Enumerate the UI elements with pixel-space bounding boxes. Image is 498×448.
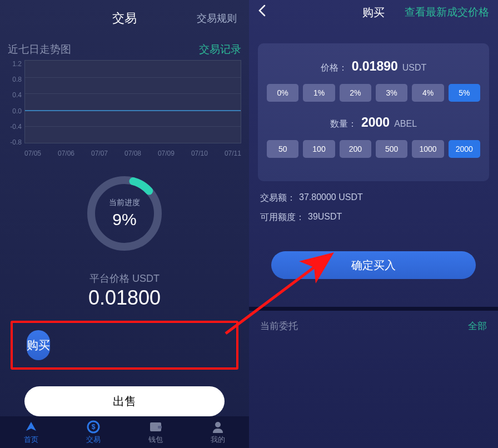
- person-icon: [211, 420, 225, 434]
- nav-label: 钱包: [148, 435, 163, 445]
- page-title: 购买: [362, 5, 385, 20]
- platform-price-value: 0.01800: [0, 286, 249, 310]
- progress-value: 9%: [109, 210, 140, 229]
- x-tick: 07/11: [225, 150, 241, 157]
- svg-point-6: [215, 422, 221, 427]
- price-unit: USDT: [402, 63, 427, 73]
- y-tick: 0.0: [8, 107, 22, 115]
- pct-chip-4[interactable]: 4%: [412, 84, 444, 102]
- nav-mine[interactable]: 我的: [187, 420, 249, 445]
- nav-wallet[interactable]: 钱包: [124, 420, 187, 445]
- price-label: 价格：: [321, 62, 347, 74]
- qty-chip-200[interactable]: 200: [340, 140, 371, 158]
- available-value: 39USDT: [308, 212, 342, 223]
- trade-records-link[interactable]: 交易记录: [199, 42, 241, 57]
- percent-chips: 0% 1% 2% 3% 4% 5%: [267, 84, 480, 102]
- pct-chip-2[interactable]: 2%: [340, 84, 371, 102]
- sell-button[interactable]: 出售: [24, 386, 225, 416]
- buy-button[interactable]: 购买: [27, 330, 50, 360]
- trade-amount-label: 交易额：: [260, 192, 296, 204]
- nav-trade[interactable]: $ 交易: [62, 420, 124, 445]
- x-tick: 07/09: [158, 150, 175, 157]
- pct-chip-5[interactable]: 5%: [449, 84, 480, 102]
- trade-amount-value: 37.80000 USDT: [299, 192, 363, 204]
- qty-chip-2000[interactable]: 2000: [449, 140, 480, 158]
- trade-icon: $: [87, 420, 100, 434]
- y-tick: -0.8: [8, 138, 22, 146]
- svg-text:$: $: [92, 423, 96, 431]
- qty-chip-50[interactable]: 50: [267, 140, 298, 158]
- qty-chip-100[interactable]: 100: [303, 140, 335, 158]
- svg-rect-5: [158, 426, 162, 429]
- chart-title: 近七日走势图: [8, 42, 71, 57]
- pct-chip-1[interactable]: 1%: [303, 84, 335, 102]
- x-tick: 07/08: [124, 150, 141, 157]
- page-title: 交易: [112, 10, 137, 27]
- nav-label: 首页: [24, 435, 38, 445]
- latest-price-link[interactable]: 查看最新成交价格: [405, 5, 489, 19]
- qty-chip-500[interactable]: 500: [376, 140, 407, 158]
- highlight-annotation: 购买: [11, 321, 238, 370]
- pct-chip-0[interactable]: 0%: [267, 84, 298, 102]
- chart-line: [25, 110, 241, 111]
- x-tick: 07/05: [24, 150, 41, 157]
- seven-day-chart: 1.2 0.8 0.4 0.0 -0.4 -0.8 07/05 07/06 07…: [8, 60, 241, 157]
- qty-chips: 50 100 200 500 1000 2000: [267, 140, 480, 158]
- order-card: 价格： 0.01890 USDT 0% 1% 2% 3% 4% 5% 数量： 2…: [258, 43, 489, 181]
- y-tick: -0.4: [8, 123, 22, 131]
- x-tick: 07/10: [191, 150, 208, 157]
- progress-donut: 当前进度 9%: [83, 172, 166, 255]
- available-label: 可用额度：: [260, 212, 305, 223]
- home-icon: [24, 420, 38, 434]
- confirm-buy-button[interactable]: 确定买入: [271, 251, 476, 279]
- y-tick: 0.8: [8, 76, 22, 83]
- y-tick: 1.2: [8, 60, 22, 68]
- pct-chip-3[interactable]: 3%: [376, 84, 407, 102]
- y-tick: 0.4: [8, 91, 22, 99]
- x-tick: 07/07: [91, 150, 108, 157]
- price-value: 0.01890: [352, 59, 398, 74]
- wallet-icon: [149, 420, 162, 434]
- qty-value: 2000: [361, 115, 390, 130]
- nav-label: 交易: [86, 435, 101, 445]
- current-orders-label: 当前委托: [260, 320, 298, 332]
- header: 交易 交易规则: [0, 0, 249, 37]
- bottom-nav: 首页 $ 交易 钱包 我的: [0, 416, 249, 448]
- rules-link[interactable]: 交易规则: [197, 12, 237, 25]
- section-divider: [249, 307, 498, 311]
- qty-unit: ABEL: [394, 119, 417, 129]
- back-icon[interactable]: [258, 4, 266, 20]
- x-tick: 07/06: [58, 150, 74, 157]
- progress-label: 当前进度: [109, 198, 140, 208]
- qty-label: 数量：: [330, 118, 357, 130]
- all-orders-link[interactable]: 全部: [468, 320, 487, 332]
- platform-price-label: 平台价格 USDT: [0, 272, 249, 285]
- nav-home[interactable]: 首页: [0, 420, 62, 445]
- nav-label: 我的: [211, 435, 225, 445]
- qty-chip-1000[interactable]: 1000: [412, 140, 444, 158]
